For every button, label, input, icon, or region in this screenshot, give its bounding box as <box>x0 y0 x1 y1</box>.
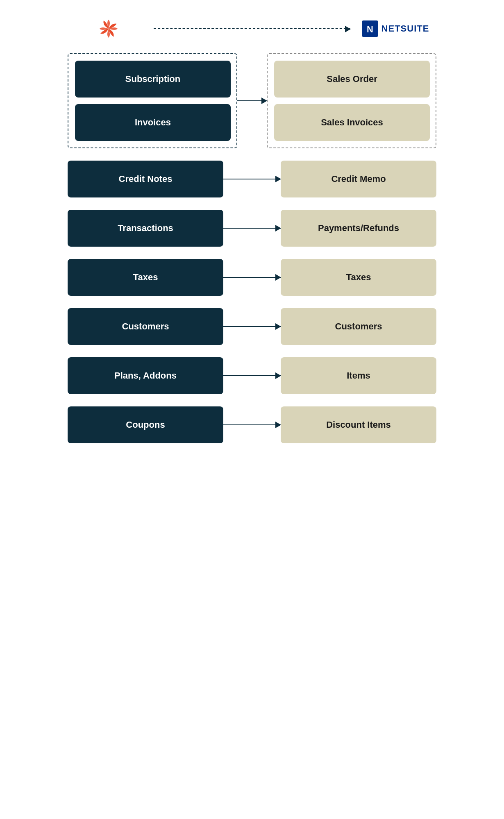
arrow-3 <box>223 326 281 327</box>
mapping-row-2: TaxesTaxes <box>68 259 436 296</box>
chargebee-logo <box>68 16 150 41</box>
left-dashed-group: Subscription Invoices <box>68 53 237 148</box>
arrow-line <box>223 228 281 229</box>
netsuite-label: NETSUITE <box>381 23 429 34</box>
mapping-row-5: CouponsDiscount Items <box>68 406 436 443</box>
sales-order-box: Sales Order <box>274 61 430 98</box>
top-section: Subscription Invoices Sales Order Sales … <box>68 53 436 148</box>
right-box-0: Credit Memo <box>281 161 436 197</box>
right-box-1: Payments/Refunds <box>281 210 436 247</box>
arrow-4 <box>223 375 281 377</box>
invoices-box: Invoices <box>75 104 231 141</box>
right-box-4: Items <box>281 357 436 394</box>
svg-text:N: N <box>367 24 373 34</box>
arrow-2 <box>223 277 281 278</box>
right-box-2: Taxes <box>281 259 436 296</box>
arrow-1 <box>223 228 281 229</box>
arrow-line <box>223 375 281 377</box>
left-box-5: Coupons <box>68 406 223 443</box>
left-box-3: Customers <box>68 308 223 345</box>
mapping-row-1: TransactionsPayments/Refunds <box>68 210 436 247</box>
diagram-container: N NETSUITE Subscription Invoices Sales O… <box>68 16 436 456</box>
netsuite-logo: N NETSUITE <box>354 20 436 37</box>
arrow-line <box>223 179 281 180</box>
left-box-0: Credit Notes <box>68 161 223 197</box>
logos-row: N NETSUITE <box>68 16 436 41</box>
left-box-4: Plans, Addons <box>68 357 223 394</box>
left-box-1: Transactions <box>68 210 223 247</box>
subscription-box: Subscription <box>75 61 231 98</box>
arrow-line <box>223 277 281 278</box>
arrow-line <box>237 100 267 102</box>
arrow-5 <box>223 424 281 426</box>
mapping-row-0: Credit NotesCredit Memo <box>68 161 436 197</box>
right-box-3: Customers <box>281 308 436 345</box>
mapping-rows: Credit NotesCredit MemoTransactionsPayme… <box>68 161 436 456</box>
right-dashed-group: Sales Order Sales Invoices <box>267 53 436 148</box>
left-box-2: Taxes <box>68 259 223 296</box>
mapping-row-3: CustomersCustomers <box>68 308 436 345</box>
arrow-0 <box>223 179 281 180</box>
header-arrow <box>154 28 350 29</box>
sales-invoices-box: Sales Invoices <box>274 104 430 141</box>
arrow-line <box>223 424 281 426</box>
arrow-line <box>223 326 281 327</box>
mapping-row-4: Plans, AddonsItems <box>68 357 436 394</box>
top-group-arrow <box>237 100 267 102</box>
right-box-5: Discount Items <box>281 406 436 443</box>
